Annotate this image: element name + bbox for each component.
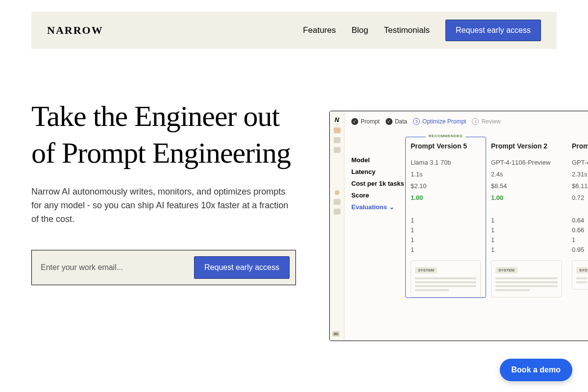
header-cta-button[interactable]: Request early access [445,20,541,41]
system-prompt-preview: SYSTEM [491,260,562,297]
version-title: Prompt Version 2 [491,142,562,150]
main-nav: Features Blog Testimonials Request early… [303,20,541,41]
version-column-recommended: RECOMMENDED Prompt Version 5 Llama 3.1 7… [405,137,486,298]
version-model: GPT-4 [572,159,588,166]
system-label: SYSTEM [495,267,517,273]
version-score: 0.72 [572,194,588,201]
metrics-table: Model Latency Cost per 1k tasks Score Ev… [351,137,588,298]
eval-score: 0.66 [572,226,588,234]
email-submit-button[interactable]: Request early access [194,256,290,279]
eval-score: 1 [491,217,562,224]
hero-content: Take the Engineer out of Prompt Engineer… [31,98,296,285]
sidebar-icon [334,209,341,215]
eval-score: 1 [572,236,588,244]
dashboard-sidebar: N 80 [330,111,344,341]
version-title: Promp [572,142,588,150]
system-label: SYSTEM [576,267,588,273]
eval-score: 1 [491,236,562,244]
metric-labels: Model Latency Cost per 1k tasks Score Ev… [351,137,405,298]
version-latency: 1.1s [411,171,481,178]
sidebar-badge: 80 [332,331,340,337]
evaluations-toggle[interactable]: Evaluations ⌄ [351,203,405,211]
version-cost: $6.11 [572,182,588,190]
crumb-data[interactable]: ✓Data [386,118,407,125]
version-title: Prompt Version 5 [411,142,481,150]
version-column: Prompt Version 2 GPT-4-1106-Preview 2.4s… [486,137,567,298]
eval-score: 1 [411,217,481,224]
email-signup-form: Request early access [31,250,296,285]
eval-score: 1 [491,246,562,253]
version-score: 1.00 [411,194,481,201]
eval-score: 1 [411,236,481,244]
label-score: Score [351,192,405,199]
version-latency: 2.31s [572,171,588,178]
crumb-review[interactable]: 4Review [472,118,500,125]
version-column: Promp GPT-4 2.31s $6.11 0.72 0.64 0.66 1… [567,137,588,298]
book-demo-button[interactable]: Book a demo [500,359,572,381]
nav-testimonials[interactable]: Testimonials [384,25,430,35]
version-cost: $2.10 [411,182,481,190]
check-icon: ✓ [386,118,392,125]
eval-score: 0.95 [572,246,588,253]
sidebar-icon [334,147,341,153]
label-model: Model [351,156,405,164]
sidebar-icon [334,137,341,143]
sidebar-icon [334,127,341,133]
version-cost: $8.54 [491,182,562,190]
system-prompt-preview: SYSTEM [572,260,588,290]
eval-score: 1 [411,246,481,253]
version-model: GPT-4-1106-Preview [491,159,562,166]
site-header: NARROW Features Blog Testimonials Reques… [31,12,557,49]
sidebar-icon [334,199,341,205]
eval-score: 1 [411,226,481,234]
email-input[interactable] [38,258,188,277]
version-latency: 2.4s [491,171,562,178]
recommended-badge: RECOMMENDED [426,134,466,138]
step-icon: 4 [472,118,479,125]
version-model: Llama 3.1 70b [411,159,481,166]
nav-blog[interactable]: Blog [351,25,368,35]
breadcrumb: ✓Prompt ✓Data 3Optimize Prompt 4Review [351,118,588,125]
check-icon: ✓ [351,118,358,125]
crumb-optimize[interactable]: 3Optimize Prompt [413,118,466,125]
nav-features[interactable]: Features [303,25,336,35]
label-cost: Cost per 1k tasks [351,180,405,187]
dashboard-preview: N 80 ✓Prompt ✓Data 3Optimize Prompt 4Rev… [329,111,588,341]
step-icon: 3 [413,118,420,125]
hero-subtitle: Narrow AI autonomously writes, monitors,… [31,185,296,226]
eval-score: 1 [491,226,562,234]
system-prompt-preview: SYSTEM [411,260,481,297]
system-label: SYSTEM [415,267,437,273]
crumb-prompt[interactable]: ✓Prompt [351,118,380,125]
logo: NARROW [47,24,103,37]
dashboard-logo-icon: N [335,116,339,123]
dashboard-main: ✓Prompt ✓Data 3Optimize Prompt 4Review M… [344,111,588,341]
hero-title: Take the Engineer out of Prompt Engineer… [31,98,296,172]
label-latency: Latency [351,168,405,175]
version-score: 1.00 [491,194,562,201]
sidebar-icon [335,190,340,195]
eval-score: 0.64 [572,217,588,224]
